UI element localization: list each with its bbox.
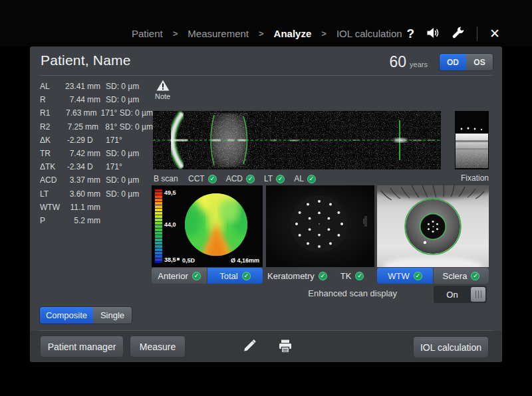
fixation-label: Fixation (461, 173, 489, 183)
close-icon[interactable]: ✕ (489, 25, 500, 43)
check-icon (242, 272, 251, 280)
breadcrumb-separator: > (321, 29, 327, 39)
eye-toggle: OD OS (440, 54, 493, 70)
scale-min-label: 38,5 (164, 256, 176, 263)
b-scan-label: B scan (154, 174, 183, 183)
breadcrumb-iol-calculation[interactable]: IOL calculation (336, 28, 402, 39)
check-icon (192, 272, 201, 280)
edit-pencil-icon[interactable] (241, 338, 257, 354)
measurement-row-r1: R17.63mm171° SD: 0 µm (40, 106, 153, 120)
check-icon (307, 175, 316, 183)
check-lt: LT (264, 174, 285, 183)
enhanced-scan-toggle[interactable]: On (434, 286, 487, 303)
enhanced-scan-display-label: Enhanced scan display (308, 288, 397, 298)
measurement-row-tr: TR7.42mmSD: 0 µm (40, 147, 153, 160)
measurement-row-dtk: ΔTK-2.34D171° (40, 160, 153, 173)
breadcrumb-measurement[interactable]: Measurement (188, 28, 249, 39)
breadcrumb-patient[interactable]: Patient (132, 28, 163, 39)
scale-max-label: 49,5 (164, 189, 176, 196)
scale-mid-label: 44,0 (164, 221, 176, 228)
patient-age: 60 years (390, 53, 428, 71)
measurement-row-r2: R27.25mm 81° SD: 0 µm (40, 120, 153, 134)
app-window: Patient > Measurement > Analyze > IOL ca… (0, 0, 532, 396)
check-acd: ACD (226, 174, 255, 183)
measurement-row-lt: LT3.60mmSD: 0 µm (40, 187, 153, 201)
check-icon (319, 272, 327, 280)
measure-button[interactable]: Measure (130, 336, 186, 357)
patient-name-title: Patient, Name (41, 52, 131, 68)
composite-button[interactable]: Composite (40, 307, 93, 324)
patient-manager-button[interactable]: Patient manager (40, 336, 124, 357)
iol-calculation-button[interactable]: IOL calculation (413, 336, 489, 358)
help-icon[interactable]: ? (406, 25, 414, 43)
measurement-row-al: AL23.41mmSD: 0 µm (40, 80, 153, 93)
warning-icon (156, 80, 170, 91)
topography-map[interactable]: 49,5 44,0 38,5 0,5D Ø 4,16mm (152, 185, 263, 267)
age-unit: years (410, 60, 428, 68)
check-icon (276, 175, 285, 183)
print-icon[interactable] (277, 338, 293, 354)
check-icon (414, 272, 422, 280)
os-button[interactable]: OS (466, 54, 493, 70)
od-button[interactable]: OD (440, 54, 466, 70)
age-value: 60 (390, 53, 407, 71)
topbar-divider (477, 27, 477, 41)
wtw-eye-image[interactable] (377, 185, 489, 267)
keratometry-image[interactable] (266, 185, 374, 267)
note-label: Note (155, 92, 183, 100)
breadcrumb-separator: > (173, 29, 178, 39)
measurement-row-wtw: WTW11.1mm (40, 201, 153, 214)
check-al: AL (294, 174, 316, 183)
wtw-button[interactable]: WTW (377, 268, 433, 284)
enhanced-scan-state: On (434, 290, 471, 300)
measurement-row-acd: ACD3.37mmSD: 0 µm (40, 173, 153, 187)
breadcrumb: Patient > Measurement > Analyze > IOL ca… (132, 28, 402, 39)
map-diameter-label: Ø 4,16mm (231, 257, 259, 264)
scale-step-label: 0,5D (182, 257, 196, 264)
single-button[interactable]: Single (93, 307, 132, 324)
b-scan-status-row: B scan CCT ACD LT AL (154, 173, 316, 184)
check-icon (208, 175, 217, 183)
keratometry-status: Keratometry TK (267, 268, 364, 284)
check-icon (355, 272, 364, 280)
speaker-icon[interactable] (426, 27, 440, 41)
grip-handle-icon[interactable] (471, 287, 485, 302)
anterior-button[interactable]: Anterior (152, 268, 207, 284)
header-divider (39, 75, 493, 76)
measurement-row-p: P5.2mm (40, 214, 153, 227)
b-scan-image[interactable] (153, 111, 441, 169)
fixation-scan-image[interactable] (455, 111, 489, 169)
check-icon (471, 272, 479, 280)
breadcrumb-analyze[interactable]: Analyze (274, 28, 312, 39)
sclera-button[interactable]: Sclera (434, 268, 489, 284)
measurement-list: AL23.41mmSD: 0 µm R7.44mmSD: 0 µm R17.63… (40, 80, 153, 227)
analyze-panel: Patient, Name 60 years OD OS AL23.41mmSD… (30, 47, 502, 362)
view-mode-toggle: Composite Single (40, 307, 132, 324)
top-navigation-bar: Patient > Measurement > Analyze > IOL ca… (0, 0, 532, 47)
check-icon (246, 175, 255, 183)
scale-step-icon (177, 258, 180, 260)
check-cct: CCT (188, 174, 217, 183)
breadcrumb-separator: > (259, 29, 264, 39)
measurement-row-dk: ΔK-2.29D171° (40, 134, 153, 147)
note-indicator[interactable]: Note (155, 80, 183, 100)
wrench-icon[interactable] (452, 26, 465, 42)
total-button[interactable]: Total (207, 268, 263, 284)
measurement-row-r: R7.44mmSD: 0 µm (40, 93, 153, 106)
